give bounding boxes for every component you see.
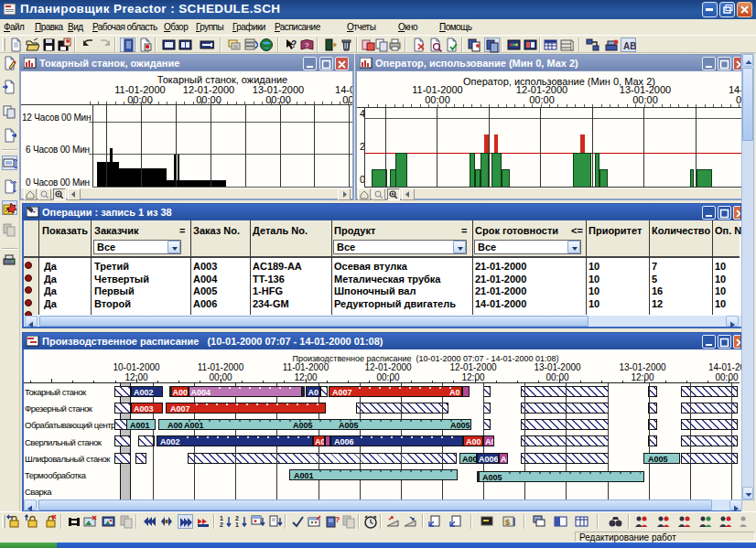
svg-text:1: 1 [235, 521, 239, 528]
svg-text:?: ? [305, 41, 309, 49]
svg-text:2: 2 [220, 521, 223, 528]
svg-text:1: 1 [220, 515, 223, 521]
svg-text:?: ? [291, 39, 297, 49]
svg-text:$: $ [505, 518, 510, 527]
svg-text:?: ? [335, 515, 340, 524]
svg-text:АВ: АВ [623, 41, 636, 51]
svg-text:2: 2 [235, 515, 239, 521]
